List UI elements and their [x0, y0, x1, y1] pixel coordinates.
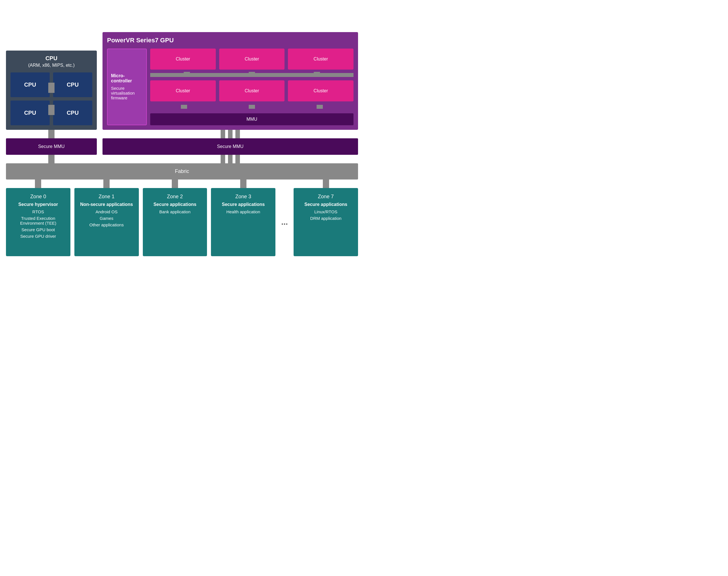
- gpu-mmu: MMU: [150, 113, 354, 125]
- zone0-item-2: Secure GPU boot: [10, 227, 66, 232]
- gpu-block: PowerVR Series7 GPU Micro-controller Sec…: [102, 32, 358, 130]
- cpu-core-2: CPU: [10, 100, 50, 125]
- cpu-core-3: CPU: [53, 100, 92, 125]
- zone3-box: Zone 3 Secure applications Health applic…: [211, 188, 275, 256]
- gpu-microcontroller: Micro-controller Secure virtualisation f…: [107, 49, 147, 125]
- cluster-row-top: Cluster Cluster Cluster: [150, 49, 354, 69]
- cluster-to-mmu-pipes: [150, 105, 354, 109]
- top-to-securemmu-connectors: [6, 130, 358, 138]
- cpu-core-grid: CPU CPU CPU CPU: [10, 73, 92, 125]
- cpu-block: CPU (ARM, x86, MIPS, etc.) CPU CPU CPU C…: [6, 51, 97, 130]
- fabric-to-zones-connectors: [6, 179, 358, 188]
- cpu-core-0: CPU: [10, 73, 50, 97]
- cpu-down-pipe: [48, 130, 55, 138]
- secure-mmu-gpu: Secure MMU: [102, 138, 358, 155]
- zone1-subtitle: Non-secure applications: [79, 202, 134, 207]
- gpu-down-pipe-2: [228, 130, 233, 138]
- cpu-core-1: CPU: [53, 73, 92, 97]
- zone2-item-0: Bank application: [147, 209, 203, 214]
- fabric-bar: Fabric: [6, 163, 358, 179]
- gpu-mmu-fabric-pipe-3: [235, 155, 240, 163]
- zone2-box: Zone 2 Secure applications Bank applicat…: [143, 188, 207, 256]
- microcontroller-subtitle: Secure virtualisation firmware: [111, 86, 143, 100]
- zone0-box: Zone 0 Secure hypervisor RTOS Trusted Ex…: [6, 188, 70, 256]
- zone3-item-0: Health application: [215, 209, 271, 214]
- microcontroller-title: Micro-controller: [111, 73, 143, 84]
- cluster-1-0: Cluster: [150, 80, 216, 102]
- cpu-down-pipe-wrapper: [6, 130, 97, 138]
- cluster-0-0: Cluster: [150, 49, 216, 69]
- zones-row: Zone 0 Secure hypervisor RTOS Trusted Ex…: [6, 188, 358, 256]
- securemmu-to-fabric-connectors: [6, 155, 358, 163]
- gpu-mmu-fabric-pipe-1: [221, 155, 225, 163]
- gpu-down-pipe-1: [221, 130, 225, 138]
- gpu-mmu-fabric-pipes-wrap: [102, 155, 358, 163]
- zone3-subtitle: Secure applications: [215, 202, 271, 207]
- zone7-item-1: DRM application: [298, 216, 354, 221]
- zone1-item-0: Android OS: [79, 209, 134, 214]
- zone1-item-2: Other applications: [79, 222, 134, 227]
- gpu-down-pipes-wrapper: [102, 130, 358, 138]
- cpu-block-subtitle: (ARM, x86, MIPS, etc.): [10, 63, 92, 68]
- zone0-pipe-wrap: [6, 179, 70, 188]
- zone1-item-1: Games: [79, 216, 134, 221]
- architecture-diagram: CPU (ARM, x86, MIPS, etc.) CPU CPU CPU C…: [6, 32, 358, 256]
- cluster-1-2: Cluster: [288, 80, 354, 102]
- zone-dots: ...: [279, 188, 290, 256]
- gpu-clusters: Cluster Cluster Cluster Cluster: [150, 49, 354, 125]
- cpu-mmu-fabric-pipe: [48, 155, 55, 163]
- zone2-subtitle: Secure applications: [147, 202, 203, 207]
- zone0-item-3: Secure GPU driver: [10, 234, 66, 238]
- zone2-pipe-wrap: [143, 179, 207, 188]
- zone7-item-0: Linux/RTOS: [298, 209, 354, 214]
- gpu-inner: Micro-controller Secure virtualisation f…: [107, 49, 354, 125]
- zone3-pipe: [240, 179, 246, 188]
- gpu-block-title: PowerVR Series7 GPU: [107, 37, 354, 44]
- cluster-h-bus: [150, 73, 354, 77]
- zone0-title: Zone 0: [10, 194, 66, 200]
- cluster-0-1: Cluster: [219, 49, 285, 69]
- zone7-box: Zone 7 Secure applications Linux/RTOS DR…: [294, 188, 358, 256]
- zone0-pipe: [35, 179, 41, 188]
- cpu-mmu-fabric-pipe-wrap: [6, 155, 97, 163]
- zone7-pipe-wrap: [294, 179, 358, 188]
- zone0-subtitle: Secure hypervisor: [10, 202, 66, 207]
- cpu-block-title: CPU: [10, 55, 92, 62]
- zone3-pipe-wrap: [211, 179, 275, 188]
- zone1-box: Zone 1 Non-secure applications Android O…: [74, 188, 139, 256]
- zone2-pipe: [172, 179, 178, 188]
- zone7-pipe: [323, 179, 329, 188]
- zone1-pipe: [103, 179, 110, 188]
- zone2-title: Zone 2: [147, 194, 203, 200]
- cluster-row-bottom: Cluster Cluster Cluster: [150, 80, 354, 102]
- zone1-pipe-wrap: [74, 179, 139, 188]
- zone7-title: Zone 7: [298, 194, 354, 200]
- zone1-title: Zone 1: [79, 194, 134, 200]
- top-section: CPU (ARM, x86, MIPS, etc.) CPU CPU CPU C…: [6, 32, 358, 130]
- gpu-down-pipe-3: [235, 130, 240, 138]
- cluster-1-1: Cluster: [219, 80, 285, 102]
- zone7-subtitle: Secure applications: [298, 202, 354, 207]
- gpu-mmu-fabric-pipe-2: [228, 155, 233, 163]
- secure-mmu-row: Secure MMU Secure MMU: [6, 138, 358, 155]
- zone3-title: Zone 3: [215, 194, 271, 200]
- secure-mmu-cpu: Secure MMU: [6, 138, 97, 155]
- dots-pipe-space: [279, 179, 290, 188]
- zone0-item-1: Trusted Execution Environment (TEE): [10, 216, 66, 226]
- zone0-item-0: RTOS: [10, 209, 66, 214]
- cluster-0-2: Cluster: [288, 49, 354, 69]
